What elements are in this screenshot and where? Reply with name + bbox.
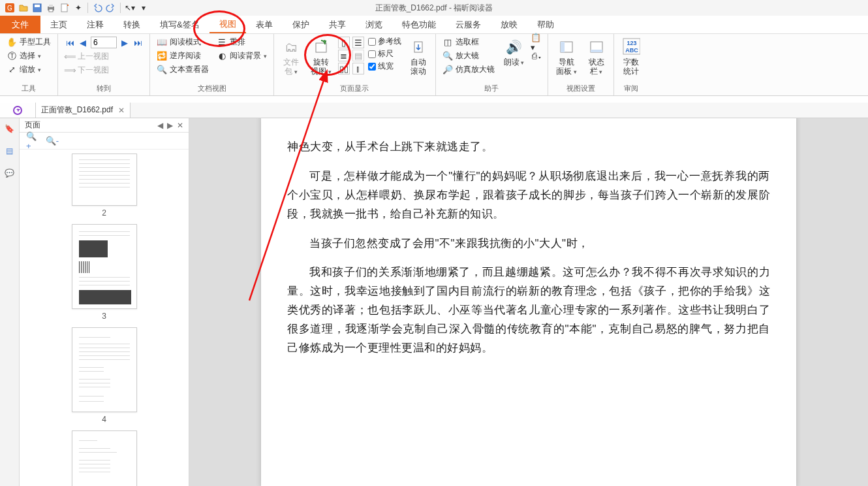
tab-share[interactable]: 共享 [319, 16, 356, 33]
svg-rect-10 [316, 43, 326, 52]
tab-file[interactable]: 文件 [0, 16, 40, 33]
facing-icon[interactable]: ☰ [352, 37, 364, 48]
page-number-input[interactable] [91, 37, 117, 48]
thumbnail-item[interactable]: 2 [20, 154, 189, 218]
open-icon[interactable] [18, 2, 29, 14]
thumbnail-item[interactable]: 3 [20, 224, 189, 321]
zoom-in-thumb-icon[interactable]: 🔍+ [26, 136, 37, 146]
read-mode-button[interactable]: 📖阅读模式 [154, 35, 211, 49]
panel-collapse-left-icon[interactable]: ◀ [157, 121, 163, 130]
thumbnail-item[interactable] [20, 430, 189, 486]
pointer-icon[interactable]: ↖▾ [124, 2, 136, 14]
reverse-read-button[interactable]: 🔁逆序阅读 [154, 49, 211, 63]
tab-protect[interactable]: 保护 [283, 16, 319, 33]
tab-view[interactable]: 视图 [209, 16, 246, 33]
next-view-button[interactable]: ⟹下一视图 [62, 63, 146, 77]
tab-browse[interactable]: 浏览 [356, 16, 392, 33]
zoom-button[interactable]: ⤢缩放▾ [4, 63, 54, 76]
assist-opt2-icon[interactable]: ⎙▾ [531, 50, 544, 61]
marquee-button[interactable]: ◫选取框 [440, 35, 497, 49]
ruler-checkbox[interactable]: 标尺 [367, 48, 403, 60]
bookmarks-icon[interactable]: 🔖 [3, 122, 16, 135]
hand-tool-button[interactable]: ✋手型工具 [4, 35, 54, 49]
start-tab[interactable] [0, 103, 36, 118]
magnifier-button[interactable]: 🔍放大镜 [440, 49, 497, 63]
file-package-button[interactable]: 🗂 文件包 [278, 35, 304, 79]
svg-rect-7 [61, 4, 67, 12]
print-icon[interactable] [45, 2, 57, 14]
comments-icon[interactable]: 💬 [3, 167, 16, 180]
save-icon[interactable] [31, 2, 43, 14]
undo-icon[interactable] [91, 2, 103, 14]
separate-cover-icon[interactable]: ▤ [352, 50, 364, 61]
qat-more-icon[interactable]: ▾ [138, 2, 149, 14]
document-tab-label: 正面管教_D1662.pdf [41, 105, 113, 116]
hand-icon: ✋ [7, 37, 17, 48]
redo-icon[interactable] [105, 2, 117, 14]
panel-collapse-right-icon[interactable]: ▶ [167, 121, 173, 130]
panel-close-icon[interactable]: ✕ [177, 121, 183, 130]
thumbnail-item[interactable]: 4 [20, 327, 189, 424]
reflow-icon: ☰ [217, 37, 227, 48]
document-view[interactable]: 神色大变，从手术台上跳下来就逃走了。 可是，怎样做才能成为一个"懂行"的妈妈呢？… [189, 118, 868, 486]
document-tab[interactable]: 正面管教_D1662.pdf ✕ [36, 103, 131, 118]
line-width-checkbox[interactable]: 线宽 [367, 60, 403, 73]
paragraph: 神色大变，从手术台上跳下来就逃走了。 [287, 138, 770, 157]
prev-page-icon[interactable]: ◀ [78, 37, 88, 48]
ribbon-group-assistant: ◫选取框 🔍放大镜 🔎仿真放大镜 🔊 朗读 📋▾ ⎙▾ 助手 [436, 34, 549, 95]
select-button[interactable]: Ⓣ选择▾ [4, 49, 54, 63]
tab-convert[interactable]: 转换 [114, 16, 150, 33]
group-label-review: 审阅 [618, 82, 644, 95]
two-page-icon[interactable]: ▯▯ [338, 63, 350, 74]
thumbnail-list[interactable]: 2 3 4 [20, 150, 189, 486]
page-nav: ⏮ ◀ ▶ ⏭ [62, 35, 146, 50]
group-label-viewset: 视图设置 [552, 82, 610, 95]
svg-rect-13 [561, 42, 565, 52]
ribbon-group-viewset: 导航面板 状态栏 视图设置 [548, 34, 614, 95]
last-page-icon[interactable]: ⏭ [132, 37, 143, 48]
status-bar-button[interactable]: 状态栏 [583, 35, 610, 79]
paragraph: 我和孩子们的关系渐渐地绷紧了，而且越绷越紧。这可怎么办？我不得不再次寻求知识的力… [287, 263, 770, 357]
tab-annotate[interactable]: 注释 [77, 16, 114, 33]
pages-icon[interactable]: ▤ [3, 144, 16, 157]
tab-help[interactable]: 帮助 [527, 16, 564, 33]
document-tab-bar: 正面管教_D1662.pdf ✕ [0, 103, 868, 118]
reflow-button[interactable]: ☰重排 [214, 35, 270, 49]
svg-text:ABC: ABC [625, 47, 638, 54]
zoom-icon: ⤢ [7, 65, 17, 75]
split-icon[interactable]: ⫿ [352, 63, 364, 74]
single-page-icon[interactable]: ▯ [338, 37, 350, 48]
close-tab-icon[interactable]: ✕ [118, 106, 125, 115]
read-bg-button[interactable]: ◐阅读背景▾ [214, 49, 270, 63]
continuous-icon[interactable]: ≣ [338, 50, 350, 61]
svg-rect-6 [49, 9, 53, 12]
ribbon-tabs: 文件 主页 注释 转换 填写&签名 视图 表单 保护 共享 浏览 特色功能 云服… [0, 16, 868, 34]
tab-special[interactable]: 特色功能 [392, 16, 446, 33]
nav-panel-button[interactable]: 导航面板 [552, 35, 581, 79]
prev-view-button[interactable]: ⟸上一视图 [62, 50, 146, 63]
next-page-icon[interactable]: ▶ [119, 37, 130, 48]
rotate-view-button[interactable]: 旋转视图 [307, 35, 335, 79]
text-viewer-button[interactable]: 🔍文本查看器 [154, 63, 211, 76]
tab-fillsign[interactable]: 填写&签名 [150, 16, 209, 33]
magnifier-icon: 🔍 [442, 51, 453, 61]
word-count-button[interactable]: 123ABC 字数统计 [618, 35, 644, 79]
read-aloud-button[interactable]: 🔊 朗读 [500, 35, 529, 69]
text-select-icon: Ⓣ [7, 51, 17, 61]
ribbon-group-review: 123ABC 字数统计 审阅 [614, 34, 648, 95]
first-page-icon[interactable]: ⏮ [65, 37, 75, 48]
read-mode-icon: 📖 [157, 37, 167, 48]
tab-cloud[interactable]: 云服务 [446, 16, 491, 33]
paragraph: 可是，怎样做才能成为一个"懂行"的妈妈呢？从职场彻底退出来后，我一心一意抚养我的… [287, 167, 770, 224]
star-icon[interactable]: ✦ [72, 2, 84, 14]
zoom-out-thumb-icon[interactable]: 🔍- [47, 136, 57, 146]
assist-opt-icon[interactable]: 📋▾ [531, 37, 544, 48]
autoscroll-button[interactable]: 自动滚动 [405, 35, 431, 79]
marquee-icon: ◫ [442, 37, 453, 48]
tab-form[interactable]: 表单 [246, 16, 283, 33]
tab-show[interactable]: 放映 [491, 16, 527, 33]
guide-line-checkbox[interactable]: 参考线 [367, 35, 403, 48]
simulated-magnifier-button[interactable]: 🔎仿真放大镜 [440, 63, 497, 76]
new-icon[interactable] [59, 2, 70, 14]
tab-home[interactable]: 主页 [40, 16, 77, 33]
